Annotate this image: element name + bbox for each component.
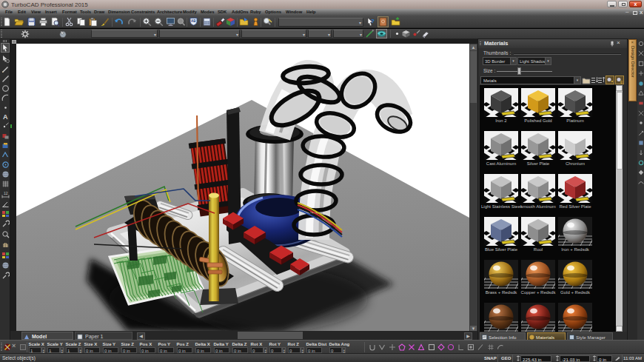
svg-text:12: 12 xyxy=(4,191,8,195)
svg-text:?: ? xyxy=(371,18,375,24)
svg-text:g: g xyxy=(620,79,623,84)
svg-text:AB: AB xyxy=(191,19,196,23)
svg-text:A: A xyxy=(3,113,8,121)
